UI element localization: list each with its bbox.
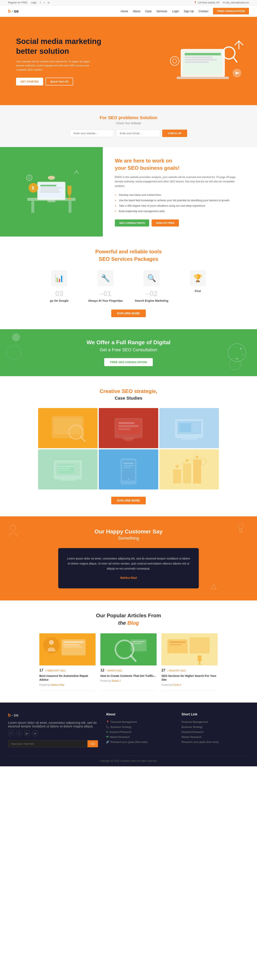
- footer: b ● se Lorem ipsum dolor sit amet, conse…: [0, 703, 257, 766]
- blog-date-2: 12 / MARCH 2021: [101, 668, 156, 673]
- nav-contact[interactable]: Contact: [199, 10, 208, 13]
- seo-packages-heading: Powerful and reliable tools: [8, 248, 249, 255]
- business-goals-section: $ We are here to work on your SEO busine…: [0, 147, 257, 237]
- testimonials-section: Our Happy Customer Say Something Lorem i…: [0, 516, 257, 600]
- svg-point-32: [240, 348, 242, 350]
- footer-subscribe: GO: [8, 740, 98, 747]
- social-twitter[interactable]: t: [44, 1, 45, 4]
- svg-rect-43: [118, 428, 131, 430]
- nav-home[interactable]: Home: [121, 10, 128, 13]
- case-item-1[interactable]: [38, 408, 97, 448]
- case-item-3[interactable]: [160, 408, 219, 448]
- footer-social-google[interactable]: g+: [24, 730, 30, 736]
- footer-shortlink-col: Short Link Financial Management Business…: [182, 713, 249, 747]
- blog-author-1: Posted by Mahfuz Riad: [39, 684, 96, 686]
- testimonials-subheading: Something: [8, 536, 249, 541]
- footer-brand-col: b ● se Lorem ipsum dolor sit amet, conse…: [8, 713, 98, 747]
- blog-subheading: the Blog: [8, 620, 249, 626]
- footer-shortlink-item: Research your goals (free tools): [182, 740, 249, 745]
- blog-title-2: How to Create Contents That Get Traffic.…: [101, 674, 156, 678]
- get-started-button[interactable]: GET STARTED: [16, 78, 43, 86]
- social-facebook[interactable]: f: [40, 1, 41, 4]
- svg-rect-25: [69, 196, 70, 198]
- top-bar-right: 📍 119 New market, NY ✉ info_demo@mail.co…: [194, 1, 249, 4]
- footer-social-facebook[interactable]: f: [8, 730, 14, 736]
- package-icon-1: 📊: [51, 270, 67, 286]
- case-illus-2: [99, 408, 158, 448]
- logo-text: se: [14, 9, 19, 14]
- svg-rect-56: [58, 468, 70, 469]
- svg-rect-22: [40, 191, 61, 192]
- nav-signup[interactable]: Sign Up: [184, 10, 194, 13]
- deco-person-icon: [8, 524, 18, 539]
- footer-about-col: About 📍Financial Management 📞Business St…: [106, 713, 174, 747]
- seo-packages-section: Powerful and reliable tools SEO Services…: [0, 237, 257, 329]
- consultation-button[interactable]: FREE SEO CONSULTATION: [104, 358, 153, 366]
- social-linkedin[interactable]: in: [48, 1, 49, 4]
- case-studies-heading: Creative SEO strategie,: [8, 388, 249, 395]
- footer-about-item: 🔗Research your goals (free tools): [106, 740, 174, 745]
- svg-rect-67: [193, 460, 201, 484]
- deco-lightbulb: [237, 522, 245, 535]
- sign-up-free-button[interactable]: SIGN UP FREE: [152, 220, 179, 226]
- quick-call-button[interactable]: Quick CaLI US: [46, 78, 73, 86]
- svg-rect-19: [40, 185, 56, 186]
- hero-section: Social media marketing better solution Y…: [0, 17, 257, 105]
- website-input[interactable]: [70, 130, 114, 137]
- case-studies-explore-button[interactable]: EXPLORE MORE: [111, 497, 146, 504]
- svg-rect-55: [58, 465, 74, 467]
- blog-section: Our Popular Articles From the Blog: [0, 600, 257, 703]
- nav-case[interactable]: Case: [145, 10, 152, 13]
- seo-consultants-button[interactable]: SEO CONSULTANTS: [115, 220, 149, 226]
- blog-card-2: 12 / MARCH 2021 How to Create Contents T…: [101, 633, 156, 690]
- email-input[interactable]: [116, 130, 160, 137]
- package-number: 03: [39, 290, 79, 298]
- case-item-2[interactable]: [99, 408, 158, 448]
- package-card: 📊 03 go On Google: [39, 270, 79, 302]
- package-card: 🔧 –01 Always At Your Fingertips: [85, 270, 126, 302]
- footer-social-twitter[interactable]: t: [16, 730, 22, 736]
- footer-subscribe-button[interactable]: GO: [88, 740, 98, 747]
- svg-point-86: [49, 640, 54, 645]
- blog-card-1: 17 / FEBRUARY 2021 Best resource for Aut…: [39, 633, 96, 690]
- package-icon-2: 🔧: [97, 270, 113, 286]
- footer-about-heading: About: [106, 713, 174, 716]
- blog-grid: 17 / FEBRUARY 2021 Best resource for Aut…: [8, 633, 249, 690]
- footer-social-linkedin[interactable]: in: [32, 730, 38, 736]
- svg-rect-83: [64, 641, 83, 643]
- svg-point-27: [48, 176, 55, 180]
- svg-rect-66: [183, 463, 191, 484]
- consultation-subheading: Get a Free SEO Consultation: [8, 347, 249, 353]
- register-link[interactable]: Register for FREE: [8, 1, 27, 4]
- hero-heading: Social media marketing better solution: [16, 37, 101, 56]
- package-title: Search Engine Marketing: [131, 299, 172, 302]
- blog-thumb-2: [101, 633, 156, 665]
- testimonial-card: Lorem ipsum dolor sit amet, consectetur …: [58, 548, 199, 589]
- top-bar: Register for FREE Login f t in 📍 119 New…: [0, 0, 257, 5]
- case-item-4[interactable]: [38, 449, 97, 490]
- svg-point-33: [243, 354, 244, 355]
- seo-packages-subheading: SEO Services Packages: [8, 256, 249, 262]
- footer-email-input[interactable]: [8, 740, 88, 747]
- svg-rect-57: [58, 470, 72, 471]
- svg-rect-84: [64, 644, 80, 645]
- nav-services[interactable]: Services: [156, 10, 167, 13]
- check-up-button[interactable]: CHECK UP: [162, 130, 187, 137]
- footer-shortlink-item: Business Strategy: [182, 724, 249, 729]
- nav-login[interactable]: Login: [172, 10, 179, 13]
- nav-about[interactable]: About: [133, 10, 140, 13]
- login-link[interactable]: Login: [31, 1, 37, 4]
- svg-point-10: [173, 59, 177, 63]
- footer-social: f t g+ in: [8, 730, 98, 736]
- goals-list: Develop new ideas and market them Use th…: [115, 192, 245, 214]
- logo-b: b: [8, 9, 11, 14]
- free-consultation-button[interactable]: FREE CONSULTATION: [213, 8, 249, 14]
- explore-more-button[interactable]: EXPLORE MORE: [111, 310, 146, 317]
- hero-buttons: GET STARTED Quick CaLI US: [16, 78, 101, 86]
- location-icon: 📍: [194, 1, 197, 4]
- case-item-6[interactable]: ↑: [160, 449, 219, 490]
- svg-rect-48: [179, 423, 191, 432]
- blog-thumb-3: [161, 633, 218, 665]
- case-item-5[interactable]: [99, 449, 158, 490]
- svg-rect-2: [177, 76, 229, 79]
